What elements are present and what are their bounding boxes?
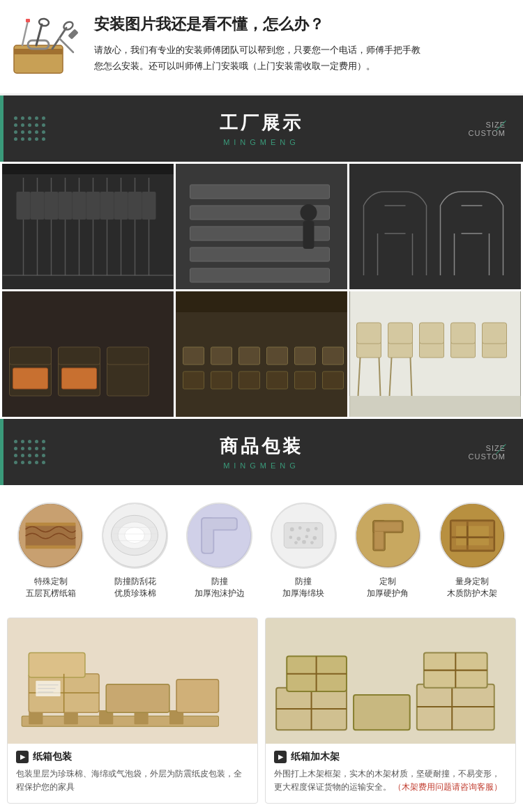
circle-item-6: 量身定制木质防护木架	[434, 503, 510, 600]
svg-point-111	[356, 504, 419, 567]
circle-label-4: 防撞加厚海绵块	[282, 576, 324, 600]
svg-rect-59	[183, 371, 204, 389]
svg-rect-47	[10, 347, 52, 365]
svg-rect-26	[73, 192, 86, 220]
install-title: 安装图片我还是看不懂，怎么办？	[94, 14, 420, 35]
box-title-2: 纸箱加木架	[266, 744, 515, 767]
factory-size-line2: CUSTOM	[469, 129, 506, 137]
install-icon	[7, 14, 84, 79]
box-desc-1: 包装里层为珍珠棉、海绵或气泡袋，外层为防震纸皮包装，全程保护您的家具	[8, 767, 257, 795]
svg-rect-56	[267, 347, 288, 365]
svg-rect-38	[190, 247, 330, 261]
svg-point-110	[310, 541, 314, 544]
svg-rect-132	[106, 684, 169, 712]
svg-line-7	[36, 24, 42, 45]
svg-rect-25	[59, 192, 73, 220]
svg-rect-41	[303, 221, 314, 249]
svg-rect-42	[350, 164, 521, 289]
svg-rect-39	[190, 268, 330, 282]
factory-size-custom: SIZE CUSTOM	[469, 121, 506, 137]
play-icon-2	[274, 751, 287, 763]
svg-rect-97	[202, 519, 236, 529]
circle-label-5: 定制加厚硬护角	[367, 576, 409, 600]
svg-point-89	[125, 528, 145, 544]
packaging-size-line2: CUSTOM	[469, 452, 506, 461]
svg-rect-61	[239, 371, 260, 389]
svg-point-93	[188, 504, 250, 567]
factory-photo-2	[176, 164, 347, 289]
svg-rect-120	[450, 521, 494, 526]
svg-rect-133	[176, 679, 219, 712]
svg-rect-75	[451, 323, 476, 344]
box-title-1: 纸箱包装	[8, 744, 257, 767]
svg-rect-53	[183, 347, 204, 365]
green-bar	[0, 95, 3, 162]
svg-rect-27	[86, 192, 100, 220]
svg-rect-72	[357, 323, 381, 344]
svg-rect-60	[211, 371, 232, 389]
box-photo-1	[8, 618, 257, 744]
svg-rect-73	[388, 323, 413, 344]
svg-rect-85	[26, 545, 76, 549]
install-desc: 请放心，我们有专业的安装师傅团队可以帮到您，只要您一个电话，师傅手把手教 您怎么…	[94, 42, 420, 75]
circle-item-2: 防撞防刮花优质珍珠棉	[97, 503, 174, 600]
svg-rect-51	[62, 368, 97, 389]
svg-rect-83	[26, 524, 76, 548]
svg-line-9	[22, 21, 28, 45]
packaging-size-custom: SIZE CUSTOM	[469, 444, 506, 461]
circle-label-1: 特殊定制五层瓦楞纸箱	[26, 576, 76, 600]
packaging-circles: 特殊定制五层瓦楞纸箱 防撞防刮花优质珍珠棉	[0, 485, 523, 607]
circle-img-4	[271, 503, 337, 569]
dots-decoration	[14, 116, 46, 141]
svg-point-104	[289, 536, 292, 539]
svg-rect-28	[100, 192, 114, 220]
svg-rect-76	[483, 323, 507, 344]
svg-rect-35	[190, 185, 330, 199]
svg-rect-30	[128, 192, 142, 220]
svg-rect-29	[114, 192, 128, 220]
svg-rect-10	[26, 19, 30, 22]
factory-photo-4	[2, 291, 174, 417]
svg-rect-125	[22, 716, 218, 726]
circle-label-6: 量身定制木质防护木架	[447, 576, 497, 600]
circle-label-2: 防撞防刮花优质珍珠棉	[114, 576, 156, 600]
svg-rect-57	[295, 347, 316, 365]
svg-point-8	[38, 18, 50, 26]
svg-rect-65	[176, 291, 347, 312]
factory-header: 工厂展示 MINGMENG SIZE CUSTOM	[0, 95, 523, 162]
play-icon-1	[16, 751, 29, 763]
packaging-green-bar	[0, 419, 3, 485]
packaging-size-line1: SIZE	[469, 444, 506, 452]
factory-photo-5	[176, 291, 347, 417]
circle-label-3: 防撞加厚泡沫护边	[195, 576, 245, 600]
install-section: 安装图片我还是看不懂，怎么办？ 请放心，我们有专业的安装师傅团队可以帮到您，只要…	[0, 0, 523, 95]
circle-item-5: 定制加厚硬护角	[349, 503, 426, 600]
circle-img-2	[102, 503, 168, 569]
svg-rect-54	[211, 347, 232, 365]
svg-rect-23	[31, 192, 45, 220]
svg-point-106	[305, 535, 308, 539]
bottom-boxes-section: 纸箱包装 包装里层为珍珠棉、海绵或气泡袋，外层为防震纸皮包装，全程保护您的家具	[0, 607, 523, 813]
circle-img-5	[355, 503, 421, 569]
box-desc-2: 外围打上木架框架，实木的木架材质，坚硬耐撞，不易变形，更大程度保证货物的运输安全…	[266, 767, 515, 795]
factory-size-line1: SIZE	[469, 121, 506, 129]
factory-title-cn: 工厂展示	[0, 111, 523, 135]
svg-rect-84	[26, 523, 76, 526]
box-item-2: 纸箱加木架 外围打上木架框架，实木的木架材质，坚硬耐撞，不易变形，更大程度保证货…	[265, 618, 516, 804]
svg-rect-31	[142, 192, 156, 220]
svg-point-108	[294, 541, 298, 544]
svg-point-40	[301, 204, 317, 221]
circle-item-3: 防撞加厚泡沫护边	[181, 503, 258, 600]
factory-photo-6	[349, 291, 521, 417]
svg-rect-48	[59, 347, 100, 365]
circle-img-1	[17, 503, 84, 569]
svg-rect-134	[29, 652, 85, 677]
svg-rect-121	[450, 545, 494, 551]
svg-rect-6	[68, 29, 79, 40]
circle-img-6	[439, 503, 506, 569]
circle-item-4: 防撞加厚海绵块	[265, 503, 342, 600]
svg-point-100	[290, 528, 294, 532]
svg-point-101	[298, 526, 302, 530]
svg-rect-11	[3, 164, 174, 289]
svg-rect-99	[284, 523, 323, 548]
